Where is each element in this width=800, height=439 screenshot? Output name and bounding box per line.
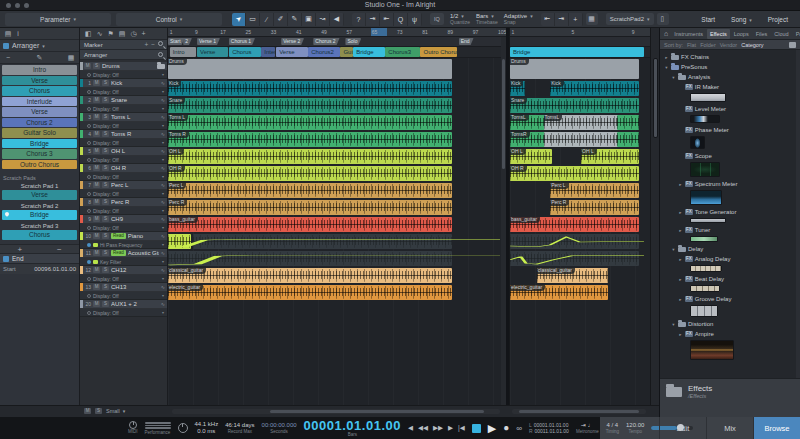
tree-item-phase-meter[interactable]: FXPhase Meter — [660, 125, 796, 135]
pad-section-block[interactable]: Bridge — [510, 47, 644, 57]
track-name-row[interactable]: 3MSToms L∿ — [80, 113, 167, 122]
start-value[interactable]: 00096.01.01.00 — [34, 266, 76, 272]
browse-view-button[interactable]: Browse — [753, 417, 800, 439]
track-display-row[interactable]: Display: Off▾ — [80, 207, 167, 215]
marker-flag[interactable]: Start — [168, 38, 185, 45]
tempo-block[interactable]: 120.00 Tempo — [626, 422, 644, 434]
arrange-clip-perc-r[interactable]: Perc R — [168, 200, 452, 215]
mix-view-button[interactable]: Mix — [706, 417, 753, 439]
marker-flag[interactable]: Verse 1 — [197, 38, 220, 45]
paint-section-icon[interactable]: ✎ — [35, 54, 45, 62]
marker-lane[interactable]: Start2Verse 1Chorus 1Verse 2Chorus 2Solo… — [168, 37, 506, 47]
pad-arranger-lane[interactable]: Bridge — [510, 47, 650, 58]
display-selector[interactable]: Display: Off — [93, 106, 119, 112]
scratchpad-selector[interactable]: ScratchPad2 — [606, 13, 654, 25]
mute-button[interactable]: M — [93, 301, 100, 307]
pad-marker-lane[interactable] — [510, 37, 650, 47]
track-display-row[interactable]: Display: Off▾ — [80, 224, 167, 232]
display-selector[interactable]: Display: Off — [93, 123, 119, 129]
caret-icon[interactable]: ▸ — [678, 228, 683, 233]
plugin-thumbnail[interactable] — [690, 265, 722, 272]
sort-vendor[interactable]: Vendor — [720, 42, 737, 48]
marker-track-row[interactable]: Marker + − — [80, 40, 167, 50]
tab-cloud[interactable]: Cloud — [771, 29, 791, 39]
mute-button[interactable]: M — [93, 97, 100, 103]
mute-button[interactable]: M — [93, 80, 100, 86]
panel-toggle-icon[interactable]: ▤ — [3, 30, 13, 38]
display-selector[interactable]: Display: Off — [93, 72, 119, 78]
arrange-clip-kick[interactable]: Kick — [168, 81, 452, 96]
track-display-row[interactable]: Display: Off▾ — [80, 190, 167, 198]
click-icon[interactable]: ♩ — [588, 422, 594, 428]
playhead-position[interactable]: 00001.01.01.00 — [304, 419, 401, 432]
solo-button[interactable]: S — [102, 284, 109, 290]
tree-item-tone-generator[interactable]: ▸FXTone Generator — [660, 207, 796, 217]
prev-marker-button[interactable]: ◀ — [408, 424, 413, 432]
arranger-section-block[interactable]: Intro — [170, 47, 197, 57]
arrange-clip-snare[interactable]: Snare — [168, 98, 452, 113]
global-solo-button[interactable]: S — [95, 408, 102, 414]
solo-button[interactable]: S — [102, 165, 109, 171]
arrange-clip-toms-r[interactable]: Toms R — [168, 132, 452, 147]
timeline-ruler[interactable]: 191725334149576573818997105 — [168, 28, 506, 37]
remove-marker-button[interactable]: − — [151, 41, 155, 48]
tree-item-fx-chains[interactable]: ▸FX Chains — [660, 52, 796, 62]
track-display-row[interactable]: Display: Off▾ — [80, 122, 167, 130]
caret-icon[interactable]: ▾ — [671, 322, 676, 327]
mute-button[interactable]: M — [93, 250, 100, 256]
record-mic-button[interactable]: ψ — [408, 13, 422, 26]
mute-button[interactable]: M — [93, 165, 100, 171]
tree-item-presonus[interactable]: ▾PreSonus — [660, 62, 796, 72]
forward-button[interactable]: ▶▶ — [433, 424, 443, 432]
mute-button[interactable]: M — [93, 233, 100, 239]
pad-clip-toms-l[interactable]: TomsL — [510, 115, 546, 130]
arrange-clip-oh-l[interactable]: OH L — [168, 149, 452, 164]
zoom-arranger-icon[interactable] — [158, 52, 163, 57]
plugin-thumbnail[interactable] — [690, 115, 720, 123]
track-name-row[interactable]: 6MSOH R∿ — [80, 164, 167, 173]
plugin-thumbnail[interactable] — [690, 93, 726, 102]
scroll-thumb[interactable] — [502, 59, 505, 169]
tree-item-spectrum-meter[interactable]: ▸FXSpectrum Meter — [660, 179, 796, 189]
eraser-tool[interactable]: ✐ — [274, 13, 288, 26]
pad-clip-drums-folder[interactable]: Drums — [510, 59, 639, 79]
arranger-section-block[interactable]: Chorus2 — [308, 47, 339, 57]
read-automation-button[interactable]: Read — [111, 250, 126, 256]
track-name-row[interactable]: 5MSOH L∿ — [80, 147, 167, 156]
arranger-selector[interactable]: Arranger — [0, 40, 79, 52]
mute-tool[interactable]: ▣ — [302, 13, 316, 26]
display-selector[interactable]: Display: Off — [93, 208, 119, 214]
caret-icon[interactable]: ▸ — [678, 297, 683, 302]
track-height-selector[interactable]: Small — [106, 408, 125, 414]
track-display-row[interactable]: Key Filter▾ — [80, 258, 167, 266]
track-name-row[interactable]: 10MSReadPiano∿ — [80, 232, 167, 241]
mute-button[interactable]: M — [93, 216, 100, 222]
arranger-lane[interactable]: IntroVerseChorusInterludeVerseChorus2Gui… — [168, 47, 506, 58]
pad-clip-oh-r[interactable]: OH R — [510, 166, 639, 181]
remove-section-button[interactable]: − — [57, 245, 62, 253]
autoscroll-left-icon[interactable]: ⇤ — [541, 13, 555, 26]
track-name-row[interactable]: 20MSAUX1 + 2∿ — [80, 300, 167, 309]
tab-loops[interactable]: Loops — [731, 29, 752, 39]
rewind-button[interactable]: ◀◀ — [418, 424, 428, 432]
arranger-section-item[interactable]: Chorus — [2, 86, 77, 96]
pad-clip-toms-r[interactable] — [544, 132, 620, 147]
arrange-clip-electric-guitar[interactable]: electric_guitar — [168, 285, 452, 300]
track-display-row[interactable]: Display: Off▾ — [80, 292, 167, 300]
caret-icon[interactable]: ▸ — [678, 210, 683, 215]
plugin-thumbnail[interactable] — [690, 340, 734, 360]
automation-curve-icon[interactable]: ∿ — [97, 30, 103, 38]
arranger-section-block[interactable]: Outro Chorus — [420, 47, 457, 57]
solo-button[interactable]: S — [102, 80, 109, 86]
project-page-button[interactable]: Project — [760, 13, 796, 26]
range-tool[interactable]: ▭ — [246, 13, 260, 26]
tree-item-level-meter[interactable]: FXLevel Meter — [660, 104, 796, 114]
arranger-section-item[interactable]: Guitar Solo — [2, 128, 77, 138]
mute-button[interactable]: M — [93, 114, 100, 120]
arranger-section-item[interactable]: Verse — [2, 76, 77, 86]
quantize-block[interactable]: 1/2 Quantize — [450, 13, 470, 25]
tab-files[interactable]: Files — [753, 29, 771, 39]
timing-block[interactable]: 4 / 4 Timing — [606, 422, 619, 434]
caret-icon[interactable]: ▸ — [678, 257, 683, 262]
arrange-clip-perc-l[interactable]: Perc L — [168, 183, 452, 198]
